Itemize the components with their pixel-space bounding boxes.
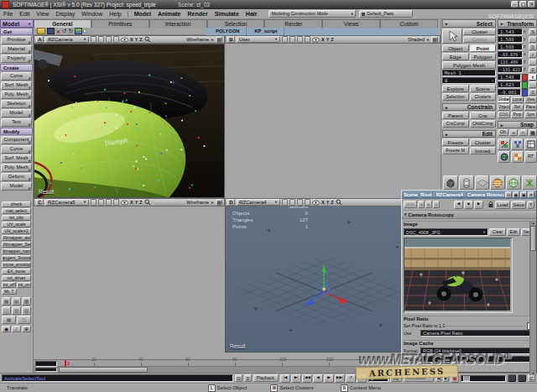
mode-combo[interactable]: Model ▼	[0, 19, 34, 28]
toolbar-tab[interactable]: Custom	[380, 19, 438, 28]
rotate-options-button[interactable]: ≡	[529, 66, 537, 73]
toolbar-icon[interactable]: ∕	[12, 326, 21, 332]
select-header[interactable]: ▸Select	[442, 19, 496, 28]
eye-icon[interactable]	[312, 37, 320, 43]
toolbar-tab[interactable]: Views	[322, 19, 380, 28]
playback-menu-button[interactable]: Playback.	[253, 374, 279, 382]
transport-button[interactable]: |◀◀	[302, 374, 312, 383]
realtime-shaders-button[interactable]: RT	[524, 151, 537, 163]
selection-name-field[interactable]: Mesh_1	[442, 70, 496, 76]
toolbar-icon[interactable]: ◫	[2, 306, 11, 315]
toolbar-button[interactable]: Model	[1, 182, 32, 191]
menu-item[interactable]: Help	[106, 11, 124, 17]
axis-z-button[interactable]: Z	[331, 200, 333, 205]
help-button[interactable]: ?	[527, 201, 534, 209]
scrollbar-thumb[interactable]	[59, 367, 148, 373]
toolbar-tab[interactable]: Render	[264, 19, 322, 28]
clear-button[interactable]: Clear	[489, 228, 506, 236]
toolbar-button[interactable]: Material	[1, 45, 32, 54]
collapse-arrow-icon[interactable]: ▾	[404, 212, 406, 217]
toolbar-button[interactable]: Property	[1, 55, 32, 63]
camera-combo[interactable]: RZCamera4 ▼	[237, 199, 280, 206]
translate-tool-button[interactable]: t	[529, 74, 537, 81]
translate-z-field[interactable]: -0.081	[498, 89, 521, 96]
display-mode-combo[interactable]: Wireframe	[186, 200, 209, 205]
nav-prev-icon[interactable]: ◀	[418, 201, 425, 208]
paint-tools-icon[interactable]	[498, 139, 510, 150]
viewport-letter-button[interactable]: A	[36, 36, 44, 43]
edge-filter-button[interactable]: Edge	[442, 53, 469, 60]
constrain-header[interactable]: ▸Constrain	[442, 103, 496, 111]
cylinder-icon[interactable]	[459, 175, 474, 190]
memo-cam-button[interactable]	[98, 36, 104, 43]
script-button[interactable]: mat_select	[2, 208, 31, 214]
transform-header[interactable]: ▸Transform	[498, 19, 537, 28]
snap-header[interactable]: ▸Snap	[498, 121, 537, 128]
axis-z-button[interactable]: Z	[139, 37, 142, 42]
command-list-icon[interactable]: ≡	[244, 374, 252, 382]
spin-down-icon[interactable]: ▾	[492, 81, 493, 83]
axis-z-button[interactable]: Z	[331, 37, 333, 42]
toolbar-button[interactable]: Curve	[1, 145, 32, 154]
wire-sphere-icon[interactable]	[506, 175, 521, 190]
script-button[interactable]: remove_envelope	[2, 262, 31, 268]
solo-button[interactable]	[518, 374, 526, 382]
transport-button[interactable]: ▶	[324, 374, 334, 383]
snap-curve-icon[interactable]: ∩	[519, 129, 527, 136]
local-mode-button[interactable]: Local	[511, 97, 524, 103]
axis-z-button[interactable]: Z	[139, 200, 142, 205]
transport-button[interactable]: ▶|	[291, 374, 301, 383]
selection-button[interactable]: Selection	[442, 93, 469, 101]
command-line[interactable]: ActivateSelectTool	[2, 374, 233, 382]
script-button[interactable]: Mr. T	[2, 289, 17, 295]
translate-y-field[interactable]: 1.823	[498, 81, 521, 88]
memo-cam-button[interactable]	[297, 199, 303, 206]
toolbar-button[interactable]: Model	[1, 109, 32, 118]
global-mode-button[interactable]: Global	[498, 97, 510, 103]
image-clip-combo[interactable]: DSC_4908_JPG ▼	[404, 228, 488, 236]
viewport-letter-button[interactable]: D	[227, 199, 235, 206]
key-slider[interactable]	[461, 375, 506, 382]
script-button[interactable]: EX_bone	[2, 269, 31, 274]
view-mode-button[interactable]: View	[524, 97, 537, 103]
axis-y-button[interactable]: Y	[326, 200, 330, 205]
object-filter-button[interactable]: Object	[442, 44, 469, 52]
edit-cluster-button[interactable]: Cluster	[470, 139, 497, 146]
freeze-button[interactable]: Freeze	[442, 139, 469, 146]
selection-count-field[interactable]: 0 ▴ ▾	[442, 77, 496, 84]
memo-cam-button[interactable]	[305, 199, 310, 206]
toolbar-tab[interactable]: Interaction	[149, 19, 207, 28]
select-arrow-button[interactable]	[442, 29, 462, 44]
viewport-layout-icon[interactable]: ▦	[216, 199, 222, 206]
undo-icon[interactable]: ↺	[62, 28, 66, 34]
script-button[interactable]: check	[2, 201, 31, 207]
memo-cam-button[interactable]	[113, 199, 119, 206]
cursor-icon[interactable]	[84, 29, 86, 33]
save-icon[interactable]	[47, 28, 55, 34]
spreadsheet-icon[interactable]	[524, 139, 537, 150]
polygon-filter-button[interactable]: Polygon	[470, 53, 497, 60]
channel-button[interactable]: C	[528, 374, 535, 382]
use-ratio-combo[interactable]: Camera Pixel Ratio ▼	[420, 330, 534, 337]
display-mode-combo[interactable]: Shaded	[408, 37, 425, 42]
rotoscopy-window[interactable]: Scene_Root : RZCamera4 : Camera Rotoscop…	[401, 190, 537, 373]
frame-in-field[interactable]	[35, 361, 57, 367]
script-button[interactable]: rot_on	[17, 282, 31, 288]
rotate-y-field[interactable]: 133.499	[498, 59, 523, 65]
plane-button[interactable]: Plane	[524, 104, 537, 111]
mode-menu-item[interactable]: Render	[185, 11, 211, 17]
memo-cam-button[interactable]	[282, 199, 288, 206]
window-icon[interactable]: ▣	[520, 191, 527, 198]
toolbar-button[interactable]: Surf. Mesh	[1, 154, 32, 163]
browser-icon[interactable]	[511, 151, 524, 163]
transport-button[interactable]: ▶▶|	[335, 374, 345, 383]
frame-out-field[interactable]	[35, 368, 57, 372]
toolbar-icon[interactable]: ▩	[22, 297, 31, 306]
eye-icon[interactable]	[312, 200, 320, 206]
viewport-letter-button[interactable]: C	[36, 199, 44, 206]
snap-on-button[interactable]: ON	[498, 129, 508, 136]
toolbar-tab[interactable]: General	[34, 19, 91, 28]
eye-icon[interactable]	[121, 200, 128, 206]
toolbar-icon[interactable]: ▦	[2, 316, 16, 324]
transport-button[interactable]: ◀	[313, 374, 323, 383]
